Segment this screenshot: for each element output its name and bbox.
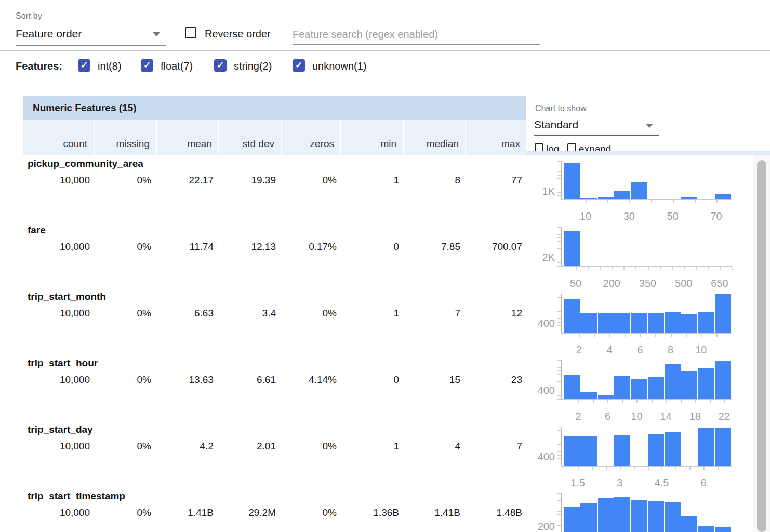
histogram-trip_start_timestamp[interactable]: 200: [0, 488, 770, 532]
x-axis-tick: [708, 267, 709, 270]
histogram-bar: [614, 191, 630, 199]
x-axis-tick: [652, 400, 653, 403]
histogram-bar: [698, 428, 714, 466]
x-axis-tick: [660, 267, 661, 270]
y-axis-tick: [557, 522, 561, 522]
scrollbar-track[interactable]: [753, 155, 770, 532]
column-header-count[interactable]: count: [23, 120, 94, 155]
y-axis-tick: [557, 175, 561, 176]
column-header-max[interactable]: max: [465, 120, 526, 155]
x-axis-tick: [635, 267, 636, 270]
histogram-bar: [648, 434, 664, 466]
histogram-bar: [564, 436, 580, 466]
column-header-label: min: [380, 138, 396, 150]
histogram-bar: [648, 501, 664, 532]
x-axis-label: 200: [603, 277, 620, 289]
chevron-down-icon[interactable]: [646, 124, 653, 128]
feature-filter-label: unknown(1): [312, 60, 367, 72]
histogram-bar: [598, 313, 614, 332]
histogram-trip_start_day[interactable]: 4001.534.56: [0, 422, 770, 488]
histogram-bar: [665, 432, 681, 466]
x-axis-label: 14: [660, 410, 671, 422]
y-axis-tick: [557, 395, 561, 396]
histogram-fare[interactable]: 2K50200350500650: [0, 222, 770, 289]
histogram-bar: [580, 436, 596, 466]
x-axis-tick: [710, 400, 711, 403]
histogram-bar: [564, 163, 580, 199]
y-axis-tick: [557, 189, 561, 189]
x-axis-tick: [620, 467, 621, 470]
numeric-features-header: Numeric Features (15): [23, 96, 526, 120]
histogram-bar: [665, 502, 681, 532]
x-axis-tick: [675, 467, 676, 470]
x-axis-label: 50: [570, 277, 581, 289]
scrollbar-thumb[interactable]: [757, 160, 766, 532]
histogram-bar: [681, 314, 697, 332]
x-axis-tick: [724, 400, 725, 403]
x-axis-label: 350: [639, 277, 656, 289]
column-header-mean[interactable]: mean: [156, 120, 218, 155]
column-header-min[interactable]: min: [340, 120, 403, 155]
y-axis-tick: [557, 370, 561, 371]
x-axis-tick: [671, 334, 672, 337]
x-axis-tick: [586, 200, 587, 203]
histogram-bar: [665, 312, 681, 332]
histogram-pickup_community_area[interactable]: 1K10305070: [0, 156, 770, 222]
histogram-bar: [631, 500, 647, 532]
histogram-bar: [698, 368, 714, 399]
feature-filter-checkbox-string[interactable]: ✓: [214, 59, 227, 72]
y-axis-tick: [557, 266, 561, 267]
x-axis: [561, 399, 732, 400]
histogram-trip_start_month[interactable]: 400246810: [0, 289, 770, 355]
column-header-zeros[interactable]: zeros: [281, 120, 340, 155]
y-axis-tick: [557, 241, 561, 242]
x-axis-label: 3: [617, 477, 622, 489]
table-row: fare10,0000%11.7412.130.17%07.85700.072K…: [0, 222, 770, 289]
y-axis-tick: [557, 161, 561, 162]
feature-filter-label: string(2): [234, 60, 272, 72]
column-header-label: mean: [187, 138, 212, 150]
y-axis-tick: [557, 329, 561, 329]
y-axis-tick: [557, 389, 561, 389]
feature-filter-checkbox-float[interactable]: ✓: [141, 59, 153, 72]
reverse-order-checkbox[interactable]: [185, 27, 196, 38]
column-header-label: zeros: [310, 138, 334, 150]
histogram-trip_start_hour[interactable]: 4002610141822: [0, 355, 770, 422]
histogram-bar: [564, 507, 580, 532]
x-axis-tick: [612, 267, 613, 270]
x-axis-label: 650: [711, 277, 728, 289]
feature-search-input[interactable]: [293, 25, 540, 45]
y-axis-tick: [557, 325, 561, 326]
y-axis-tick: [557, 199, 561, 200]
y-axis-tick: [557, 511, 561, 512]
y-axis-tick: [557, 385, 561, 385]
y-axis-tick: [557, 378, 561, 378]
x-axis-tick: [689, 467, 691, 470]
x-axis-tick: [655, 334, 656, 337]
table-row: trip_start_month10,0000%6.633.40%1712400…: [0, 289, 770, 355]
y-axis-tick: [557, 304, 561, 304]
x-axis-tick: [696, 267, 697, 270]
x-axis-tick: [625, 334, 626, 337]
x-axis-tick: [578, 400, 579, 403]
column-header-std-dev[interactable]: std dev: [218, 120, 281, 155]
y-axis-tick: [557, 381, 561, 382]
y-axis-tick: [557, 245, 561, 245]
feature-filter-checkbox-int[interactable]: ✓: [78, 59, 90, 72]
feature-filter-checkbox-unknown[interactable]: ✓: [293, 59, 305, 72]
table-row: pickup_community_area10,0000%22.1719.390…: [0, 156, 770, 222]
y-axis-tick: [557, 451, 561, 452]
toolbar-divider: [0, 50, 770, 51]
y-axis-tick: [557, 297, 561, 298]
column-header-median[interactable]: median: [403, 120, 465, 155]
column-header-missing[interactable]: missing: [94, 120, 156, 155]
chevron-down-icon[interactable]: [153, 32, 160, 36]
histogram-bar: [614, 376, 630, 399]
y-axis-tick: [557, 497, 561, 497]
histogram-bar: [681, 371, 697, 399]
sort-by-select[interactable]: Feature order: [16, 28, 82, 40]
y-axis-tick: [557, 182, 561, 182]
chart-type-select[interactable]: Standard: [534, 118, 578, 131]
x-axis-tick: [716, 334, 718, 337]
table-row: trip_start_timestamp10,0000%1.41B29.2M0%…: [0, 488, 770, 532]
